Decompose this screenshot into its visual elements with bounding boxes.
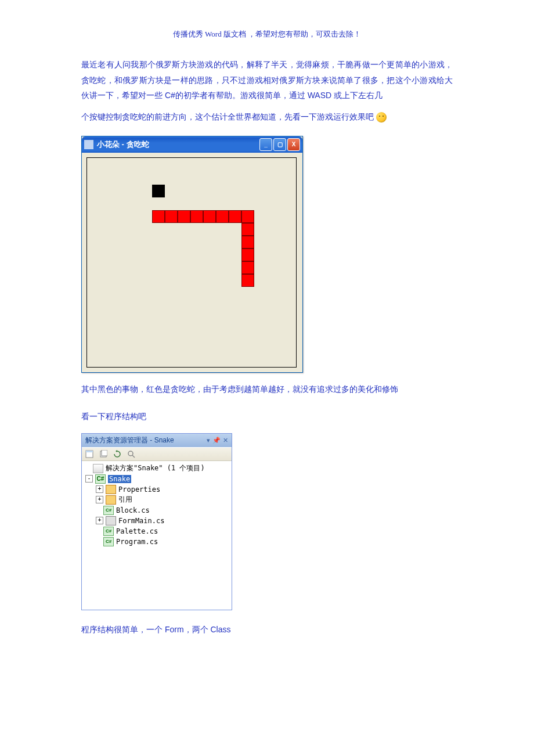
paragraph-structure-intro: 看一下程序结构吧 xyxy=(81,409,453,424)
window-buttons: _ ▢ X xyxy=(259,138,300,151)
maximize-button[interactable]: ▢ xyxy=(273,138,286,151)
tree-item-label: FormMain.cs xyxy=(118,517,164,525)
snake-cell xyxy=(216,210,229,223)
svg-rect-1 xyxy=(86,451,93,452)
svg-point-4 xyxy=(128,451,133,456)
snake-cell xyxy=(241,261,254,274)
snake-cell xyxy=(203,210,216,223)
solution-explorer-title: 解决方案资源管理器 - Snake xyxy=(85,435,204,445)
expander-icon[interactable]: + xyxy=(96,496,103,503)
expander-icon[interactable]: + xyxy=(96,517,103,524)
solution-tree[interactable]: 解决方案"Snake" (1 个项目) - C# Snake +Properti… xyxy=(82,461,232,610)
tree-item-label: Program.cs xyxy=(116,538,158,546)
tree-item-label: Palette.cs xyxy=(116,527,158,535)
game-titlebar[interactable]: 小花朵 - 贪吃蛇 _ ▢ X xyxy=(82,136,302,153)
snake-cell xyxy=(190,210,203,223)
tree-project-node[interactable]: - C# Snake xyxy=(83,474,230,484)
window-app-icon xyxy=(84,140,93,149)
folder-icon xyxy=(106,495,116,505)
cs-icon: C# xyxy=(103,506,114,515)
expander-icon[interactable]: - xyxy=(85,475,93,483)
tree-solution-root[interactable]: 解决方案"Snake" (1 个项目) xyxy=(83,463,230,474)
snake-cell xyxy=(241,249,254,261)
close-button[interactable]: X xyxy=(287,138,300,151)
tree-label-solution: 解决方案"Snake" (1 个项目) xyxy=(106,463,205,473)
paragraph-intro-2-text: 个按键控制贪吃蛇的前进方向，这个估计全世界都知道，先看一下游戏运行效果吧 xyxy=(81,112,374,121)
view-code-icon[interactable] xyxy=(126,449,136,459)
paragraph-intro-2: 个按键控制贪吃蛇的前进方向，这个估计全世界都知道，先看一下游戏运行效果吧 xyxy=(81,109,453,125)
solution-explorer-panel: 解决方案资源管理器 - Snake ▾ 📌 ✕ 解决方案"Snake" xyxy=(81,433,232,610)
paragraph-structure-summary: 程序结构很简单，一个 Form，两个 Class xyxy=(81,622,453,638)
solution-explorer-titlebar[interactable]: 解决方案资源管理器 - Snake ▾ 📌 ✕ xyxy=(82,434,232,447)
document-page: 传播优秀 Word 版文档 ，希望对您有帮助，可双击去除！ 最近老有人问我那个俄… xyxy=(0,0,534,678)
window-title: 小花朵 - 贪吃蛇 xyxy=(97,139,259,150)
snake-cell xyxy=(241,236,254,249)
tree-item[interactable]: +FormMain.cs xyxy=(83,516,230,526)
form-icon xyxy=(106,516,116,525)
tree-item[interactable]: +Properties xyxy=(83,484,230,495)
solution-explorer-toolbar xyxy=(82,447,232,461)
tree-item-label: 引用 xyxy=(118,495,132,505)
tree-item[interactable]: C#Palette.cs xyxy=(83,526,230,537)
snake-cell xyxy=(241,223,254,236)
properties-icon[interactable] xyxy=(84,449,95,459)
snake-cell xyxy=(152,210,165,223)
snake-cell xyxy=(241,274,254,287)
tree-label-project: Snake xyxy=(108,475,131,483)
snake-cell xyxy=(241,210,254,223)
snake-cell xyxy=(178,210,190,223)
svg-rect-3 xyxy=(102,450,107,456)
food-cell xyxy=(152,185,165,197)
cs-icon: C# xyxy=(103,537,114,546)
snake-cell xyxy=(229,210,241,223)
dropdown-icon[interactable]: ▾ xyxy=(207,437,210,444)
game-canvas[interactable] xyxy=(86,157,297,368)
pin-icon[interactable]: 📌 xyxy=(212,437,221,444)
tree-item-label: Properties xyxy=(118,485,160,494)
show-all-files-icon[interactable] xyxy=(98,449,109,459)
tree-item-label: Block.cs xyxy=(116,506,150,514)
project-icon: C# xyxy=(95,474,106,484)
expander-icon[interactable]: + xyxy=(96,485,103,493)
cs-icon: C# xyxy=(103,527,114,536)
folder-icon xyxy=(106,485,116,494)
tree-item[interactable]: C#Block.cs xyxy=(83,505,230,516)
solution-icon xyxy=(93,464,103,473)
svg-line-5 xyxy=(132,455,135,458)
panel-close-icon[interactable]: ✕ xyxy=(223,437,228,444)
paragraph-intro-1: 最近老有人问我那个俄罗斯方块游戏的代码，解释了半天，觉得麻烦，干脆再做一个更简单… xyxy=(81,57,453,103)
game-window: 小花朵 - 贪吃蛇 _ ▢ X xyxy=(81,136,303,373)
snake-cell xyxy=(165,210,178,223)
header-note: 传播优秀 Word 版文档 ，希望对您有帮助，可双击去除！ xyxy=(81,29,453,39)
tree-item[interactable]: +引用 xyxy=(83,495,230,505)
minimize-button[interactable]: _ xyxy=(259,138,272,151)
smile-icon xyxy=(376,112,387,123)
paragraph-desc-colors: 其中黑色的事物，红色是贪吃蛇，由于考虑到越简单越好，就没有追求过多的美化和修饰 xyxy=(81,381,453,397)
refresh-icon[interactable] xyxy=(112,449,122,459)
game-client-area xyxy=(82,153,302,372)
tree-item[interactable]: C#Program.cs xyxy=(83,537,230,547)
